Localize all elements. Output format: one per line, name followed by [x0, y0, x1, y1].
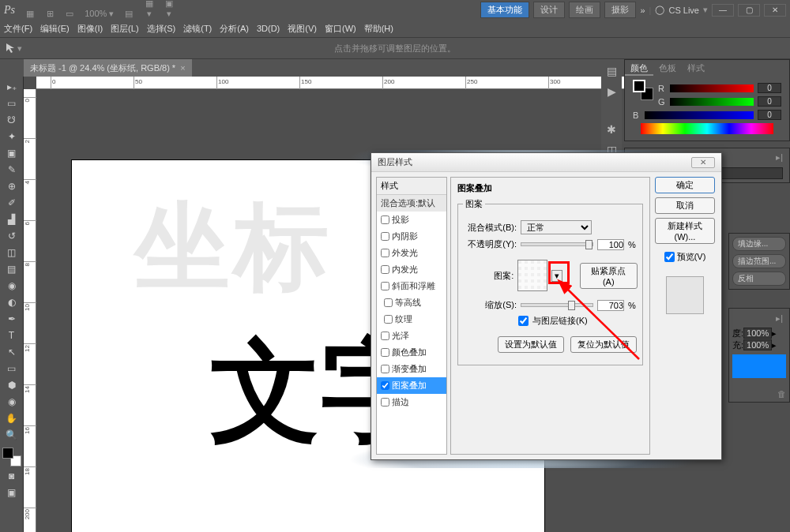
menu-filter[interactable]: 滤镜(T) — [183, 23, 212, 35]
wand-tool[interactable]: ✦ — [3, 129, 21, 144]
tab-styles[interactable]: 样式 — [682, 60, 710, 76]
spectrum-bar[interactable] — [641, 123, 773, 134]
eraser-tool[interactable]: ◫ — [3, 245, 21, 260]
opacity-input[interactable] — [597, 239, 624, 250]
shape-tool[interactable]: ▭ — [3, 362, 21, 376]
opacity-slider[interactable] — [521, 242, 593, 246]
styles-header[interactable]: 样式 — [377, 178, 446, 195]
style-checkbox[interactable] — [381, 365, 389, 373]
move-tool[interactable]: ▸₊ — [3, 80, 21, 94]
menu-file[interactable]: 文件(F) — [4, 23, 32, 35]
stroke-btn[interactable]: 描边范围... — [732, 254, 786, 268]
path-tool[interactable]: ↖ — [3, 345, 21, 359]
cancel-button[interactable]: 取消 — [655, 197, 715, 214]
blend-mode-select[interactable]: 正常 — [521, 220, 592, 234]
dodge-tool[interactable]: ◐ — [3, 295, 21, 309]
snap-origin-button[interactable]: 贴紧原点(A) — [580, 263, 638, 289]
menu-view[interactable]: 视图(V) — [288, 23, 317, 35]
style-checkbox[interactable] — [381, 348, 389, 357]
workspace-more-icon[interactable]: » — [640, 6, 645, 15]
style-item-内发光[interactable]: 内发光 — [377, 261, 446, 278]
3d-tool[interactable]: ⬢ — [3, 378, 21, 392]
style-item-斜面和浮雕[interactable]: 斜面和浮雕 — [377, 278, 446, 294]
style-item-图案叠加[interactable]: 图案叠加 — [377, 377, 446, 394]
reset-default-button[interactable]: 复位为默认值 — [570, 336, 637, 353]
cslive-button[interactable]: CS Live — [668, 6, 699, 15]
gradient-tool[interactable]: ▤ — [3, 262, 21, 276]
view-icon[interactable]: ▭ — [62, 9, 77, 21]
style-item-描边[interactable]: 描边 — [377, 394, 446, 410]
document-tab[interactable]: 未标题 -1 @ 24.4% (坐标纸, RGB/8) * × — [24, 59, 192, 77]
maximize-button[interactable]: ▢ — [738, 4, 760, 17]
color-swatches[interactable] — [2, 448, 21, 466]
set-default-button[interactable]: 设置为默认值 — [498, 336, 564, 353]
lasso-tool[interactable]: ☋ — [3, 113, 21, 127]
style-checkbox[interactable] — [381, 215, 389, 224]
r-value[interactable]: 0 — [758, 83, 781, 93]
blend-defaults-item[interactable]: 混合选项:默认 — [377, 195, 446, 212]
cslive-icon[interactable]: ◯ — [655, 5, 664, 15]
bridge-icon[interactable]: ▦ — [23, 9, 37, 21]
style-item-颜色叠加[interactable]: 颜色叠加 — [377, 344, 446, 361]
pattern-dropdown-icon[interactable]: ▾ — [551, 270, 562, 282]
eyedropper-tool[interactable]: ✎ — [3, 163, 21, 177]
crop-tool[interactable]: ▣ — [3, 146, 21, 160]
style-checkbox[interactable] — [381, 232, 389, 241]
close-button[interactable]: ✕ — [764, 4, 786, 17]
style-item-等高线[interactable]: 等高线 — [377, 294, 446, 311]
pattern-preview[interactable] — [517, 260, 547, 291]
link-layer-checkbox[interactable] — [518, 316, 529, 326]
invert-btn[interactable]: 反相 — [732, 272, 786, 286]
edge-btn[interactable]: 填边缘... — [732, 237, 786, 251]
style-checkbox[interactable] — [384, 298, 393, 307]
menu-3d[interactable]: 3D(D) — [257, 24, 280, 33]
close-tab-icon[interactable]: × — [180, 63, 185, 73]
tab-swatches[interactable]: 色板 — [653, 60, 682, 76]
menu-help[interactable]: 帮助(H) — [364, 23, 393, 35]
brush-tool[interactable]: ✐ — [3, 196, 21, 210]
layer-fill[interactable]: 100% — [743, 339, 772, 350]
heal-tool[interactable]: ⊕ — [3, 179, 21, 193]
workspace-paint-button[interactable]: 绘画 — [569, 2, 600, 18]
menu-image[interactable]: 图像(I) — [77, 23, 103, 35]
dialog-close-button[interactable]: ✕ — [691, 157, 715, 168]
screenmode-tool[interactable]: ▣ — [3, 485, 21, 500]
style-item-外发光[interactable]: 外发光 — [377, 245, 446, 261]
zoom-tool[interactable]: 🔍 — [3, 428, 21, 442]
menu-edit[interactable]: 编辑(E) — [40, 23, 70, 35]
scale-input[interactable] — [597, 300, 624, 311]
scale-slider[interactable] — [521, 303, 593, 307]
new-style-button[interactable]: 新建样式(W)... — [655, 218, 715, 244]
style-item-渐变叠加[interactable]: 渐变叠加 — [377, 361, 446, 377]
preview-checkbox[interactable] — [664, 252, 675, 262]
pen-tool[interactable]: ✒ — [3, 312, 21, 326]
zoom-label[interactable]: 100% ▾ — [82, 9, 116, 21]
mb-icon[interactable]: ⊞ — [43, 9, 57, 21]
minimize-button[interactable]: — — [712, 4, 734, 17]
b-value[interactable]: 0 — [758, 110, 781, 120]
style-checkbox[interactable] — [384, 315, 393, 324]
history-brush-tool[interactable]: ↺ — [3, 229, 21, 243]
b-slider[interactable] — [645, 111, 754, 119]
workspace-design-button[interactable]: 设计 — [533, 2, 565, 18]
layer-opacity[interactable]: 100% — [743, 328, 772, 339]
history-icon[interactable]: ▤ — [603, 62, 620, 80]
menu-layer[interactable]: 图层(L) — [111, 23, 138, 35]
hand-icon[interactable]: ▤ — [122, 9, 136, 21]
stamp-tool[interactable]: ▟ — [3, 212, 21, 227]
style-checkbox[interactable] — [381, 265, 389, 274]
r-slider[interactable] — [670, 84, 754, 92]
style-checkbox[interactable] — [381, 249, 389, 257]
workspace-photo-button[interactable]: 摄影 — [604, 2, 636, 18]
style-checkbox[interactable] — [381, 282, 389, 290]
style-checkbox[interactable] — [381, 398, 389, 406]
menu-analysis[interactable]: 分析(A) — [220, 23, 249, 35]
workspace-essentials-button[interactable]: 基本功能 — [480, 2, 529, 18]
menu-select[interactable]: 选择(S) — [147, 23, 176, 35]
style-item-光泽[interactable]: 光泽 — [377, 328, 446, 344]
screen-icon[interactable]: ▣ ▾ — [162, 0, 176, 11]
marquee-tool[interactable]: ▭ — [3, 96, 21, 111]
hand-tool[interactable]: ✋ — [3, 411, 21, 425]
g-slider[interactable] — [670, 98, 754, 106]
fg-color[interactable] — [2, 448, 13, 459]
